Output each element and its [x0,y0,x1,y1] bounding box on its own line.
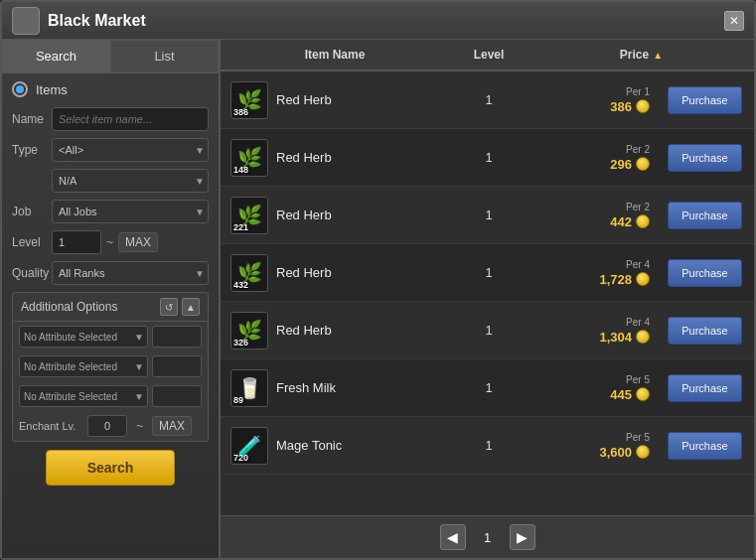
price-row: 1,728 [599,272,650,287]
type-row: Type <All> ▼ [12,138,209,162]
attr-select-2[interactable]: No Attribute Selected [19,355,148,377]
price-value: 1,728 [599,272,632,287]
left-panel: Search List Items Name Type [2,40,221,558]
subtype-select-wrapper: N/A ▼ [52,169,209,193]
price-purchase-cell: Per 4 1,304 Purchase [529,317,754,345]
subtype-row: N/A ▼ [12,169,209,193]
enchant-tilde: ~ [136,419,143,433]
level-tilde: ~ [106,235,113,249]
enchant-min-input[interactable] [87,415,127,437]
price-cell: Per 5 3,600 [599,432,660,460]
item-count: 221 [233,222,248,232]
price-purchase-cell: Per 5 445 Purchase [529,374,754,402]
purchase-button[interactable]: Purchase [668,259,742,287]
type-select[interactable]: <All> [52,138,209,162]
level-cell: 1 [449,438,529,453]
window-title: Black Market [48,12,724,30]
coin-icon [636,272,650,286]
price-row: 3,600 [599,445,650,460]
level-label: Level [12,235,52,249]
type-select-wrapper: <All> ▼ [52,138,209,162]
items-label: Items [36,82,68,97]
attr-value-3[interactable] [152,385,202,407]
purchase-button[interactable]: Purchase [668,86,742,114]
prev-page-button[interactable]: ◀ [440,524,466,550]
job-select[interactable]: All Jobs [52,200,209,223]
sort-arrow-icon: ▲ [653,50,663,61]
tab-list[interactable]: List [110,40,219,72]
table-row: 🌿 221 Red Herb 1 Per 2 442 Purchase [221,187,754,244]
price-row: 296 [610,157,650,172]
item-cell: 🧪 720 Mage Tonic [221,421,449,471]
price-row: 445 [610,387,650,402]
per-label: Per 5 [626,432,650,443]
item-icon: 🌿 386 [230,81,268,119]
item-icon: 🌿 326 [230,312,268,350]
table-row: 🌿 386 Red Herb 1 Per 1 386 Purchase [221,71,754,129]
purchase-button[interactable]: Purchase [668,144,742,172]
close-button[interactable]: ✕ [724,11,744,31]
attr-select-1[interactable]: No Attribute Selected [19,326,148,348]
item-cell: 🌿 432 Red Herb [221,248,449,298]
additional-options-controls: ↺ ▲ [160,298,200,316]
purchase-button[interactable]: Purchase [668,432,742,460]
item-name: Fresh Milk [276,380,336,395]
level-min-input[interactable] [52,230,101,254]
item-cell: 🌿 221 Red Herb [221,191,449,240]
coin-icon [636,330,650,344]
item-count: 386 [233,107,248,117]
collapse-icon[interactable]: ▲ [182,298,200,316]
per-label: Per 2 [626,202,650,212]
item-cell: 🥛 89 Fresh Milk [221,363,449,413]
item-icon: 🧪 720 [230,427,268,465]
tab-bar: Search List [2,40,219,73]
coin-icon [636,387,650,401]
item-count: 89 [233,395,243,405]
enchant-max-label: MAX [152,416,192,436]
items-radio[interactable] [12,81,28,97]
attr-select-3[interactable]: No Attribute Selected [19,385,148,407]
level-cell: 1 [449,208,529,222]
table-row: 🌿 326 Red Herb 1 Per 4 1,304 Purchase [221,302,754,359]
subtype-select[interactable]: N/A [52,169,209,193]
purchase-button[interactable]: Purchase [668,374,742,402]
item-count: 432 [233,280,248,290]
tab-search[interactable]: Search [2,40,110,72]
price-cell: Per 5 445 [610,374,660,402]
table-body: 🌿 386 Red Herb 1 Per 1 386 Purchase [221,71,754,515]
job-row: Job All Jobs ▼ [12,200,209,223]
price-value: 3,600 [599,445,632,460]
item-name: Red Herb [276,208,332,222]
price-purchase-cell: Per 4 1,728 Purchase [529,259,754,287]
attribute-row-3: No Attribute Selected ▼ [13,381,208,411]
name-input[interactable] [52,107,209,131]
th-price[interactable]: Price ▲ [529,48,754,62]
quality-select-wrapper: All Ranks ▼ [52,261,209,285]
price-value: 386 [610,99,632,114]
table-row: 🌿 432 Red Herb 1 Per 4 1,728 Purchase [221,244,754,302]
search-button[interactable]: Search [46,450,175,486]
type-label: Type [12,143,52,157]
attr-value-2[interactable] [152,355,202,377]
purchase-button[interactable]: Purchase [668,202,742,229]
enchant-row: Enchant Lv. ~ MAX [13,411,208,441]
quality-select[interactable]: All Ranks [52,261,209,285]
purchase-button[interactable]: Purchase [668,317,742,345]
th-level: Level [449,48,529,62]
item-count: 326 [233,338,248,348]
price-purchase-cell: Per 2 442 Purchase [529,202,754,229]
reset-icon[interactable]: ↺ [160,298,178,316]
attr-select-wrapper-3: No Attribute Selected ▼ [19,385,148,407]
price-cell: Per 1 386 [610,86,660,114]
item-icon: 🥛 89 [230,369,268,407]
item-count: 720 [233,453,248,463]
next-page-button[interactable]: ▶ [510,524,535,550]
table-row: 🌿 148 Red Herb 1 Per 2 296 Purchase [221,129,754,187]
item-name: Red Herb [276,92,332,107]
price-row: 442 [610,214,650,229]
item-name: Red Herb [276,150,332,165]
coin-icon [636,99,650,113]
attr-value-1[interactable] [152,326,202,348]
per-label: Per 4 [626,317,650,328]
attribute-row-2: No Attribute Selected ▼ [13,351,208,381]
